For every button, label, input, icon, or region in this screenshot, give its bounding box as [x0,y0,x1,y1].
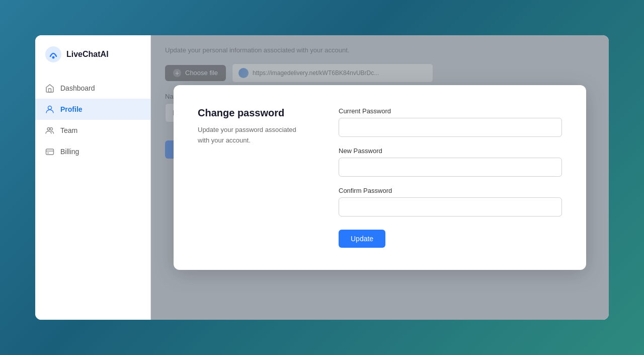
sidebar-item-team[interactable]: Team [35,120,150,141]
sidebar-item-dashboard[interactable]: Dashboard [35,78,150,99]
new-password-input[interactable] [339,158,562,177]
current-password-group: Current Password [339,107,562,137]
sidebar-label-billing: Billing [60,148,79,156]
modal-title: Change password [198,107,308,119]
svg-point-4 [47,128,50,130]
main-content: Update your personal information associa… [151,35,609,320]
sidebar-item-profile[interactable]: Profile [35,99,150,120]
current-password-input[interactable] [339,118,562,137]
modal-update-button[interactable]: Update [339,230,385,248]
confirm-password-group: Confirm Password [339,187,562,217]
sidebar-item-billing[interactable]: Billing [35,141,150,162]
svg-rect-2 [49,89,51,92]
sidebar-label-team: Team [60,126,77,134]
svg-point-3 [48,106,52,110]
modal-overlay: Change password Update your password ass… [151,35,609,320]
svg-point-1 [52,56,55,59]
nav-list: Dashboard Profile Team [35,74,150,166]
svg-rect-7 [47,153,49,154]
app-name: LiveChatAI [66,50,109,59]
modal-right-panel: Current Password New Password Confirm Pa… [339,107,562,248]
profile-icon [45,105,54,114]
sidebar: LiveChatAI Dashboard Profile [35,35,151,320]
modal-left-panel: Change password Update your password ass… [198,107,308,248]
confirm-password-label: Confirm Password [339,187,562,194]
current-password-label: Current Password [339,107,562,115]
new-password-label: New Password [339,147,562,155]
confirm-password-input[interactable] [339,197,562,217]
app-window: LiveChatAI Dashboard Profile [35,35,609,320]
change-password-modal: Change password Update your password ass… [174,85,586,270]
svg-point-0 [45,46,61,62]
new-password-group: New Password [339,147,562,177]
modal-description: Update your password associated with you… [198,125,308,146]
sidebar-label-dashboard: Dashboard [60,84,95,92]
logo-icon [45,46,61,62]
svg-rect-6 [46,149,54,155]
team-icon [45,126,54,135]
home-icon [45,84,54,93]
sidebar-label-profile: Profile [60,105,83,113]
billing-icon [45,147,54,156]
svg-point-5 [50,128,53,130]
logo-area: LiveChatAI [35,35,150,74]
